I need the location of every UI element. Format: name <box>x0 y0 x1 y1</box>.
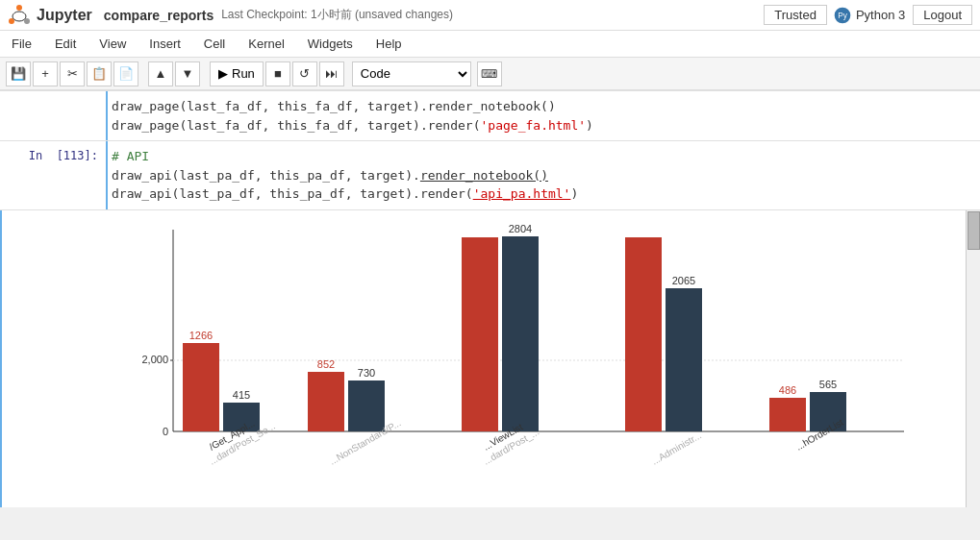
python-icon: Py <box>833 6 852 25</box>
python-label: Python 3 <box>856 8 905 22</box>
restart-button[interactable]: ↺ <box>292 61 317 86</box>
svg-text:486: 486 <box>779 384 796 396</box>
svg-text:2804: 2804 <box>509 223 532 234</box>
cell-1-line-2: draw_page(last_fa_df, this_fa_df, target… <box>112 116 976 135</box>
chart-output-cell: 0 2,000 1266 415 852 <box>0 209 980 507</box>
bar-g2-red <box>308 372 344 431</box>
svg-point-0 <box>16 5 22 11</box>
menu-kernel[interactable]: Kernel <box>244 35 289 53</box>
restart-run-button[interactable]: ⏭ <box>319 61 344 86</box>
notebook-area: draw_page(last_fa_df, this_fa_df, target… <box>0 90 980 540</box>
cell-type-select[interactable]: Code Markdown Raw NBConvert Heading <box>352 61 471 86</box>
menu-edit[interactable]: Edit <box>51 35 80 53</box>
chart-cell-sidebar <box>0 210 106 507</box>
menu-help[interactable]: Help <box>372 35 406 53</box>
run-label: Run <box>232 66 255 81</box>
keyboard-shortcuts-button[interactable]: ⌨ <box>477 61 502 86</box>
cut-cell-button[interactable]: ✂ <box>60 61 85 86</box>
paste-cell-button[interactable]: 📄 <box>113 61 138 86</box>
bar-g3-dark <box>502 236 539 431</box>
bar-g2-dark <box>348 380 385 431</box>
cell-1: draw_page(last_fa_df, this_fa_df, target… <box>0 90 980 140</box>
save-button[interactable]: 💾 <box>6 61 31 86</box>
cell-2-line-1: # API <box>112 147 976 166</box>
top-bar: Jupyter compare_reports Last Checkpoint:… <box>0 0 980 31</box>
interrupt-button[interactable]: ■ <box>265 61 290 86</box>
svg-text:0: 0 <box>163 426 168 437</box>
add-cell-button[interactable]: + <box>33 61 58 86</box>
move-down-button[interactable]: ▼ <box>175 61 200 86</box>
logout-button[interactable]: Logout <box>913 5 972 25</box>
svg-text:415: 415 <box>233 389 250 401</box>
toolbar: 💾 + ✂ 📋 📄 ▲ ▼ ▶ Run ■ ↺ ⏭ Code Markdown … <box>0 58 980 90</box>
cell-1-content[interactable]: draw_page(last_fa_df, this_fa_df, target… <box>106 91 980 140</box>
scrollbar-thumb[interactable] <box>967 211 980 250</box>
bar-g4-red <box>625 237 662 431</box>
run-icon: ▶ <box>218 66 228 81</box>
cell-2: In [113]: # API draw_api(last_pa_df, thi… <box>0 140 980 209</box>
jupyter-logo: Jupyter <box>8 4 92 27</box>
menu-file[interactable]: File <box>8 35 36 53</box>
bar-chart: 0 2,000 1266 415 852 <box>115 220 952 489</box>
svg-text:852: 852 <box>317 358 335 370</box>
app-name: Jupyter <box>37 7 92 24</box>
bar-g3-red <box>462 237 498 431</box>
svg-text:565: 565 <box>819 379 837 390</box>
cell-2-content[interactable]: # API draw_api(last_pa_df, this_pa_df, t… <box>106 141 980 209</box>
vertical-scrollbar[interactable] <box>966 210 980 507</box>
cell-1-line-1: draw_page(last_fa_df, this_fa_df, target… <box>112 97 976 116</box>
bar-g5-red <box>769 398 806 431</box>
run-button[interactable]: ▶ Run <box>210 61 264 86</box>
bar-g1-red <box>183 343 219 431</box>
cell-2-prompt: In [113]: <box>0 141 106 209</box>
checkpoint-info: Last Checkpoint: 1小时前 (unsaved changes) <box>221 7 764 23</box>
cell-1-prompt <box>0 91 106 140</box>
bar-g4-dark <box>666 288 702 431</box>
menu-widgets[interactable]: Widgets <box>304 35 357 53</box>
chart-output: 0 2,000 1266 415 852 <box>106 210 966 507</box>
svg-text:...Administr...: ...Administr... <box>650 430 704 466</box>
jupyter-logo-icon <box>8 4 31 27</box>
copy-cell-button[interactable]: 📋 <box>87 61 112 86</box>
python-indicator: Py Python 3 <box>833 6 905 25</box>
svg-text:730: 730 <box>358 367 375 379</box>
trusted-button[interactable]: Trusted <box>764 5 827 25</box>
svg-point-3 <box>13 12 26 21</box>
notebook-title: compare_reports <box>104 8 214 23</box>
menu-insert[interactable]: Insert <box>145 35 185 53</box>
menu-bar: File Edit View Insert Cell Kernel Widget… <box>0 31 980 58</box>
cell-2-line-3: draw_api(last_pa_df, this_pa_df, target)… <box>112 184 976 204</box>
menu-view[interactable]: View <box>95 35 130 53</box>
svg-text:Py: Py <box>838 11 848 20</box>
svg-text:1266: 1266 <box>189 330 213 341</box>
menu-cell[interactable]: Cell <box>200 35 229 53</box>
move-up-button[interactable]: ▲ <box>148 61 173 86</box>
svg-text:2,000: 2,000 <box>141 354 168 365</box>
svg-text:2065: 2065 <box>672 275 695 286</box>
cell-2-line-2: draw_api(last_pa_df, this_pa_df, target)… <box>112 166 976 185</box>
